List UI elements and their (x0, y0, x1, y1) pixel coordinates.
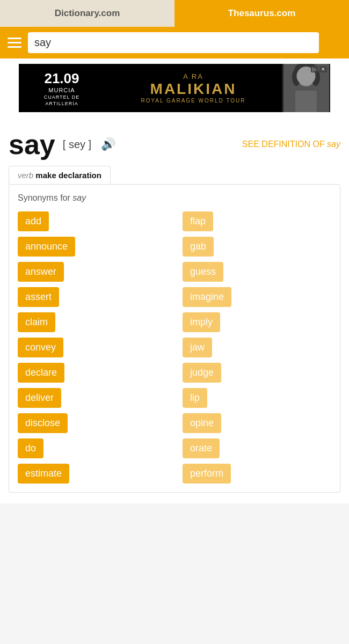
tab-dictionary[interactable]: Dictionary.com (0, 0, 174, 27)
synonym-cell-right: imply (183, 312, 331, 332)
verb-tab-bar: verb make declaration (9, 166, 340, 184)
synonym-cell-left: disclose (18, 413, 166, 433)
synonym-cell-right: judge (183, 363, 331, 383)
synonym-cell-left: add (18, 211, 166, 231)
synonym-tag[interactable]: answer (18, 262, 64, 282)
synonyms-label-text: Synonyms for (18, 193, 72, 202)
ad-artist-name: MALIKIAN (105, 80, 282, 98)
synonym-cell-left: do (18, 438, 166, 458)
synonym-tag[interactable]: add (18, 211, 49, 231)
synonym-cell-left: answer (18, 262, 166, 282)
synonym-cell-right: perform (183, 464, 331, 484)
word-title: say (9, 128, 55, 160)
ad-mid: A RA MALIKIAN ROYAL GARAGE WORLD TOUR (105, 72, 282, 104)
tab-thesaurus-label: Thesaurus.com (228, 8, 296, 19)
ad-play-badge: ▷ (311, 66, 318, 72)
ad-badges: ▷ ✕ (311, 66, 327, 72)
synonym-tag[interactable]: opine (183, 413, 221, 433)
svg-point-5 (292, 69, 301, 86)
ad-artist-subtitle: ROYAL GARAGE WORLD TOUR (105, 98, 282, 104)
see-definition-word: say (327, 140, 340, 149)
synonym-tag[interactable]: guess (183, 262, 223, 282)
synonym-cell-right: opine (183, 413, 331, 433)
synonym-cell-right: gab (183, 237, 331, 257)
word-header: say [ sey ] 🔊 SEE DEFINITION OF say (9, 128, 340, 160)
search-bar (0, 27, 349, 58)
verb-pos: verb (18, 171, 33, 180)
synonym-tag[interactable]: convey (18, 338, 63, 357)
synonym-cell-left: announce (18, 237, 166, 257)
synonym-cell-left: assert (18, 287, 166, 307)
synonyms-label-word: say (72, 193, 86, 202)
synonym-tag[interactable]: claim (18, 312, 55, 332)
ad-close-badge[interactable]: ✕ (319, 66, 327, 72)
synonym-tag[interactable]: lip (183, 388, 207, 408)
synonym-cell-right: imagine (183, 287, 331, 307)
speaker-icon[interactable]: 🔊 (101, 137, 115, 151)
synonym-tag[interactable]: jaw (183, 338, 212, 357)
synonym-cell-left: convey (18, 338, 166, 357)
ad-right: ▷ ✕ (282, 64, 330, 112)
search-button[interactable] (325, 34, 341, 52)
verb-tab[interactable]: verb make declaration (9, 166, 111, 184)
tab-bar: Dictionary.com Thesaurus.com (0, 0, 349, 27)
synonym-cell-right: jaw (183, 338, 331, 357)
see-definition-prefix: SEE DEFINITION OF (242, 140, 327, 149)
synonym-cell-right: guess (183, 262, 331, 282)
ad-venue-line2: ARTILLERÍA (27, 101, 96, 106)
hamburger-line-2 (8, 42, 21, 43)
search-input-wrapper (28, 32, 319, 53)
ad-left: 21.09 MURCIA CUARTEL DE ARTILLERÍA (19, 66, 105, 111)
svg-rect-7 (295, 91, 317, 112)
synonyms-grid: addflapannouncegabanswerguessassertimagi… (18, 211, 331, 484)
synonym-cell-left: declare (18, 363, 166, 383)
ad-artist-image: ▷ ✕ (283, 64, 329, 112)
verb-definition: make declaration (35, 171, 101, 180)
synonym-cell-right: flap (183, 211, 331, 231)
synonym-tag[interactable]: judge (183, 363, 221, 383)
hamburger-line-3 (8, 46, 21, 48)
synonyms-section: Synonyms for say addflapannouncegabanswe… (9, 184, 340, 493)
ad-city: MURCIA (27, 87, 96, 93)
tab-dictionary-label: Dictionary.com (55, 8, 120, 19)
synonyms-label: Synonyms for say (18, 193, 331, 203)
synonym-cell-left: claim (18, 312, 166, 332)
hamburger-line-1 (8, 38, 21, 39)
search-input[interactable] (34, 36, 312, 49)
word-pronunciation: [ sey ] (63, 138, 91, 151)
synonym-tag[interactable]: estimate (18, 464, 69, 484)
ad-inner: 21.09 MURCIA CUARTEL DE ARTILLERÍA A RA … (19, 64, 330, 112)
synonym-tag[interactable]: imagine (183, 287, 231, 307)
word-section: say [ sey ] 🔊 SEE DEFINITION OF say verb… (0, 118, 349, 503)
tab-thesaurus[interactable]: Thesaurus.com (174, 0, 349, 27)
synonym-tag[interactable]: declare (18, 363, 64, 383)
synonym-tag[interactable]: orate (183, 438, 220, 458)
synonym-cell-left: deliver (18, 388, 166, 408)
synonym-cell-left: estimate (18, 464, 166, 484)
synonym-tag[interactable]: gab (183, 237, 214, 257)
see-definition-link[interactable]: SEE DEFINITION OF say (242, 140, 340, 149)
ad-venue-line1: CUARTEL DE (27, 94, 96, 100)
ad-artist-prefix: A RA (105, 72, 282, 80)
synonym-cell-right: orate (183, 438, 331, 458)
ad-date: 21.09 (27, 70, 96, 87)
synonym-tag[interactable]: announce (18, 237, 75, 257)
synonym-tag[interactable]: disclose (18, 413, 68, 433)
synonym-tag[interactable]: flap (183, 211, 213, 231)
hamburger-menu-icon[interactable] (8, 38, 21, 48)
synonym-tag[interactable]: perform (183, 464, 231, 484)
synonym-tag[interactable]: imply (183, 312, 220, 332)
synonym-tag[interactable]: assert (18, 287, 59, 307)
synonym-cell-right: lip (183, 388, 331, 408)
synonym-tag[interactable]: deliver (18, 388, 61, 408)
svg-line-1 (336, 44, 340, 48)
synonym-tag[interactable]: do (18, 438, 43, 458)
ad-banner: 21.09 MURCIA CUARTEL DE ARTILLERÍA A RA … (0, 58, 349, 118)
